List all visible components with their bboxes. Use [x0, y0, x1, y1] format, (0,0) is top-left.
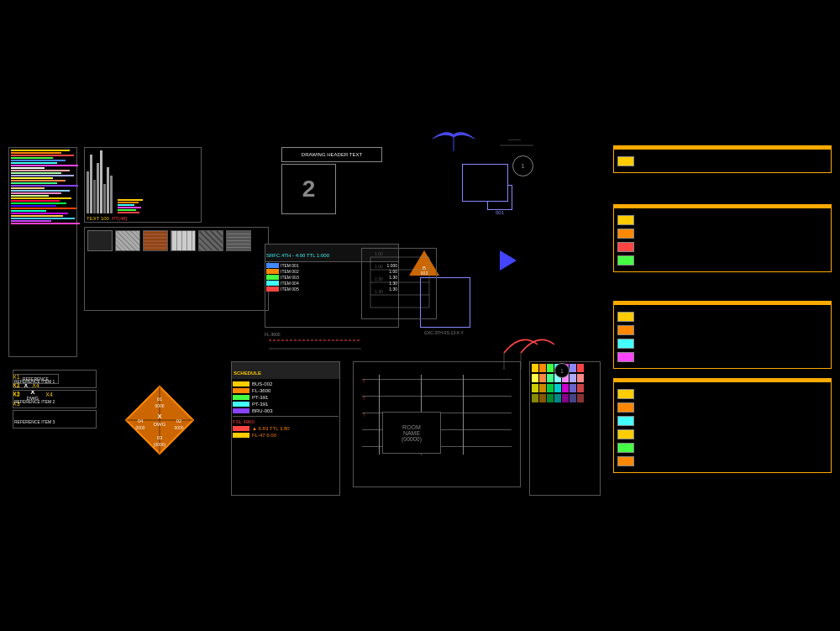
svg-text:04: 04: [138, 418, 144, 423]
color-swatch: [539, 364, 546, 372]
hbar: [11, 202, 66, 204]
ref-item-text: REFERENCE ITEM 2: [14, 399, 55, 404]
arrow-up: ↑: [362, 411, 365, 418]
texture-swatch-marble: [115, 230, 140, 251]
bird-silhouette: [428, 122, 479, 155]
svg-text:0000: 0000: [135, 425, 144, 430]
texture-swatch-solid: [226, 230, 251, 251]
bar-labels: [118, 199, 143, 213]
hbar: [11, 205, 56, 207]
hbar: [11, 220, 51, 222]
drawing-number: 2: [302, 176, 316, 202]
color-swatch: [547, 374, 554, 382]
hbar: [11, 170, 70, 171]
color-swatch: [547, 394, 554, 402]
sch-text: ITEM 004: [281, 281, 299, 286]
svg-text:0000: 0000: [174, 425, 183, 430]
legend-swatch: [617, 402, 634, 413]
svg-text:03: 03: [157, 435, 163, 440]
finishes-legend-body: [614, 382, 831, 472]
legend-item: [617, 429, 827, 439]
legend-item: [617, 442, 827, 453]
bar-label-line: [118, 202, 139, 203]
hbar: [11, 195, 49, 197]
arrow-up: ↑: [362, 394, 365, 402]
level-row: PT-391: [233, 402, 339, 407]
color-swatch: [577, 364, 584, 372]
diamond-block: 01 0000 02 0000 03 (0000) 04 0000 X DWG: [122, 382, 197, 458]
ref-item-2: REFERENCE ITEM 2: [13, 390, 97, 408]
sch-swatch: [266, 263, 279, 268]
hbar: [11, 175, 74, 176]
svg-text:1:00: 1:00: [375, 251, 383, 256]
triangle-blue: [500, 250, 517, 271]
ceiling-legend-body: [614, 150, 831, 172]
legend-swatch: [617, 389, 634, 399]
level-text: PT-391: [252, 395, 268, 400]
room-name-box: ROOM NAME (00000): [382, 412, 441, 454]
legend-swatch: [617, 255, 634, 266]
sch-text: ITEM 002: [281, 269, 299, 274]
circle-1-label: 1: [560, 368, 564, 374]
texture-swatch-wood: [143, 230, 168, 251]
bar: [107, 167, 109, 213]
svg-text:1:30: 1:30: [375, 289, 383, 294]
hbar: [11, 182, 57, 184]
svg-text:———: ———: [508, 137, 521, 142]
bar-label-line: [118, 212, 139, 213]
bar: [97, 163, 99, 213]
legend-item: [617, 214, 827, 225]
level-text: BRU-003: [252, 408, 273, 413]
level-line: [362, 396, 512, 397]
color-swatch: [532, 374, 538, 382]
hbar: [11, 213, 68, 214]
annotation-lines: FL-3600: [260, 323, 370, 361]
elevation-lines: 1:00 1:00 1:30 1:30: [361, 248, 437, 319]
level-swatch: [233, 426, 249, 431]
hbar: [11, 215, 63, 217]
hbar: [11, 150, 70, 151]
bar: [100, 150, 102, 213]
chart-sublabel: PT(48): [112, 216, 127, 221]
color-swatch: [539, 374, 546, 382]
triangle-right-shape: [500, 250, 517, 271]
header-text: DRAWING HEADER TEXT: [302, 152, 362, 157]
color-swatch: [547, 384, 554, 392]
bar-label-line: [118, 207, 141, 208]
hbar: [11, 187, 45, 189]
level-fsl: FSL 4900: [233, 419, 339, 424]
color-swatch: [539, 384, 546, 392]
hbar: [11, 210, 46, 212]
texture-swatch-dark: [87, 230, 113, 251]
legend-item: [617, 324, 827, 335]
color-swatch: [577, 394, 584, 402]
color-swatch: [547, 364, 554, 372]
level-row: FL-3600: [233, 388, 339, 393]
legend-item: [617, 155, 827, 166]
ceiling-legend-panel: [613, 145, 832, 173]
chart-label: TEXT 100 PT(48): [85, 215, 201, 222]
legend-swatch: [617, 312, 634, 322]
legend-item: [617, 311, 827, 322]
level-swatch: [233, 381, 249, 386]
legend-swatch: [617, 242, 634, 252]
hbar: [11, 152, 61, 154]
color-swatch: [539, 394, 546, 402]
color-swatch: [570, 364, 576, 372]
divider: [233, 416, 339, 417]
hbar: [11, 223, 80, 224]
level-text: BUS-002: [252, 381, 272, 386]
level-row: BRU-003: [233, 408, 339, 413]
legend-swatch: [617, 429, 634, 439]
color-bar-row3: [532, 384, 598, 392]
hbar: [11, 165, 78, 166]
level-text: PT-391: [252, 402, 268, 407]
wall-legend-panel: [613, 204, 832, 272]
hbar: [11, 197, 71, 199]
hbar: [11, 180, 66, 181]
level-line: [362, 379, 512, 380]
svg-text:02: 02: [176, 418, 182, 423]
color-swatch: [577, 384, 584, 392]
bar: [103, 184, 106, 213]
hbar: [11, 160, 66, 161]
